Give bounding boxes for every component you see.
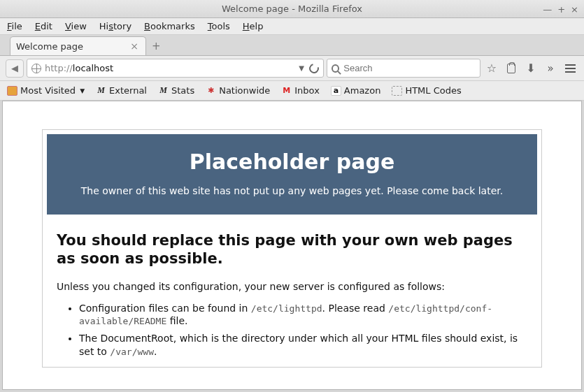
amazon-icon: a bbox=[331, 86, 341, 96]
window-controls: — + × bbox=[543, 0, 578, 18]
bookmark-html-codes[interactable]: HTML Codes bbox=[392, 85, 461, 96]
url-text: http://localhost bbox=[45, 63, 113, 73]
window-titlebar: Welcome page - Mozilla Firefox — + × bbox=[0, 0, 584, 18]
gmail-icon: M bbox=[281, 86, 292, 96]
nav-toolbar: ◀ http://localhost ▼ ☆ ⬇ » bbox=[0, 56, 584, 81]
tab-bar: Welcome page × + bbox=[0, 35, 584, 56]
search-icon bbox=[332, 64, 339, 73]
reload-icon[interactable] bbox=[307, 61, 320, 75]
page-card: Placeholder page The owner of this web s… bbox=[42, 129, 542, 368]
url-right-controls: ▼ bbox=[299, 64, 319, 73]
search-box[interactable] bbox=[327, 59, 480, 78]
page-banner: Placeholder page The owner of this web s… bbox=[47, 134, 537, 215]
tab-welcome-page[interactable]: Welcome page × bbox=[10, 36, 146, 55]
downloads-icon[interactable]: ⬇ bbox=[522, 60, 539, 77]
m-icon: M bbox=[96, 86, 106, 96]
bookmarks-toolbar: Most Visited▼ MExternal MStats ✱Nationwi… bbox=[0, 81, 584, 101]
maximize-button[interactable]: + bbox=[557, 4, 565, 15]
bookmark-stats[interactable]: MStats bbox=[158, 85, 194, 96]
window-title: Welcome page - Mozilla Firefox bbox=[222, 3, 362, 14]
config-list: Configuration files can be found in /etc… bbox=[57, 302, 527, 359]
list-item: The DocumentRoot, which is the directory… bbox=[79, 332, 527, 358]
dropdown-icon[interactable]: ▼ bbox=[299, 64, 304, 72]
banner-subtitle: The owner of this web site has not put u… bbox=[59, 185, 525, 196]
m-icon: M bbox=[158, 86, 169, 96]
new-tab-button[interactable]: + bbox=[152, 36, 161, 55]
sidebar-toggle-icon[interactable] bbox=[503, 60, 520, 77]
bookmark-most-visited[interactable]: Most Visited▼ bbox=[7, 85, 85, 96]
bookmark-star-icon[interactable]: ☆ bbox=[483, 60, 500, 77]
menu-file[interactable]: File bbox=[7, 21, 22, 31]
bookmark-inbox[interactable]: MInbox bbox=[281, 85, 320, 96]
page-body: You should replace this page with your o… bbox=[47, 215, 537, 358]
menu-help[interactable]: Help bbox=[243, 21, 264, 31]
overflow-icon[interactable]: » bbox=[542, 60, 559, 77]
back-button[interactable]: ◀ bbox=[6, 59, 24, 78]
menu-tools[interactable]: Tools bbox=[208, 21, 230, 31]
list-item: Configuration files can be found in /etc… bbox=[79, 302, 527, 328]
bookmark-nationwide[interactable]: ✱Nationwide bbox=[206, 85, 270, 96]
page-icon bbox=[392, 86, 402, 96]
nationwide-icon: ✱ bbox=[206, 86, 216, 96]
page-content: Placeholder page The owner of this web s… bbox=[2, 101, 582, 390]
hamburger-menu-icon[interactable] bbox=[562, 60, 578, 77]
tab-close-icon[interactable]: × bbox=[129, 41, 140, 52]
globe-icon bbox=[31, 64, 41, 73]
page-intro: Unless you changed its configuration, yo… bbox=[57, 281, 527, 292]
folder-icon bbox=[7, 86, 17, 96]
minimize-button[interactable]: — bbox=[543, 4, 552, 15]
menu-history[interactable]: History bbox=[99, 21, 131, 31]
page-h2: You should replace this page with your o… bbox=[57, 231, 527, 268]
menu-bookmarks[interactable]: Bookmarks bbox=[144, 21, 195, 31]
close-button[interactable]: × bbox=[571, 4, 578, 15]
menubar: File Edit View History Bookmarks Tools H… bbox=[0, 18, 584, 35]
banner-title: Placeholder page bbox=[59, 150, 525, 174]
menu-edit[interactable]: Edit bbox=[35, 21, 52, 31]
url-bar[interactable]: http://localhost ▼ bbox=[27, 59, 324, 78]
search-input[interactable] bbox=[343, 63, 476, 73]
tab-label: Welcome page bbox=[16, 41, 83, 52]
menu-view[interactable]: View bbox=[65, 21, 87, 31]
bookmark-amazon[interactable]: aAmazon bbox=[331, 85, 381, 96]
bookmark-external[interactable]: MExternal bbox=[96, 85, 147, 96]
